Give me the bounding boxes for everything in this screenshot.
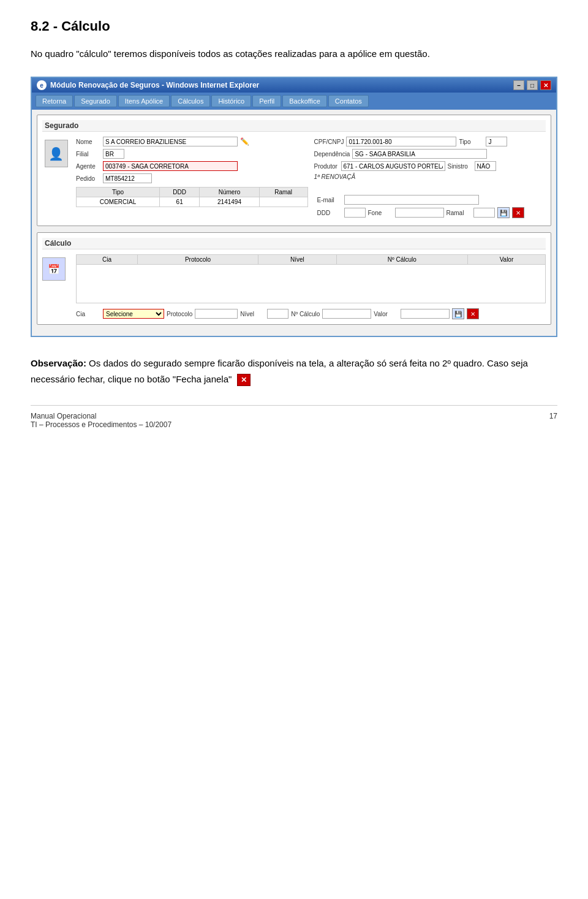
calculo-section: Cálculo 📅 Cia Protocolo Nível Nº: [37, 232, 551, 325]
phone-table-wrapper: Tipo DDD Número Ramal COMERCIAL 61: [76, 187, 308, 207]
nav-segurado[interactable]: Segurado: [74, 95, 117, 107]
ddd-input[interactable]: [344, 208, 366, 218]
ie-icon: e: [37, 80, 47, 90]
edit-icon: ✏️: [240, 137, 249, 146]
tipo-label: Tipo: [459, 138, 483, 145]
calculo-no-data: [77, 265, 546, 303]
browser-titlebar: e Módulo Renovação de Seguros - Windows …: [32, 78, 556, 93]
dependencia-label: Dependência: [314, 151, 350, 157]
cpf-row: CPF/CNPJ Tipo: [314, 137, 546, 146]
renovacao-row: 1ª RENOVAÇÂ: [314, 173, 546, 180]
nome-row: Nome ✏️: [76, 137, 308, 146]
footer-page-number: 17: [549, 412, 557, 429]
calculo-col-cia: Cia: [77, 255, 138, 265]
phone-col-numero: Número: [200, 188, 260, 197]
email-label: E-mail: [317, 197, 342, 203]
segurado-left-fields: Nome ✏️ Filial Agente Pedido: [76, 137, 308, 221]
pedido-input[interactable]: [103, 173, 152, 183]
cia-select[interactable]: Selecione: [103, 309, 164, 319]
cpf-input[interactable]: [346, 137, 456, 146]
page-title: 8.2 - Cálculo: [31, 18, 557, 34]
calculo-table: Cia Protocolo Nível Nº Cálculo Valor: [76, 254, 546, 303]
phone-col-tipo: Tipo: [77, 188, 160, 197]
nome-input[interactable]: [103, 137, 238, 146]
fecha-janela-button[interactable]: ✕: [237, 374, 251, 386]
produtor-input[interactable]: [341, 161, 445, 171]
avatar: 👤: [45, 140, 68, 167]
close-button[interactable]: ✕: [540, 80, 551, 90]
calculo-icon: 📅: [42, 257, 66, 281]
valor-input[interactable]: [401, 309, 450, 319]
obs-text: Os dados do segurado sempre ficarão disp…: [31, 358, 528, 384]
footer: Manual Operacional TI – Processos e Proc…: [31, 405, 557, 429]
calculo-save-button[interactable]: 💾: [452, 308, 464, 319]
ddd-label: DDD: [317, 210, 342, 216]
footer-left: Manual Operacional TI – Processos e Proc…: [31, 412, 172, 429]
ramal-label2: Ramal: [447, 210, 471, 216]
phone-ddd: 61: [160, 197, 200, 207]
contact-save-button[interactable]: 💾: [497, 207, 510, 218]
nav-contatos[interactable]: Contatos: [328, 95, 369, 107]
nav-retorna[interactable]: Retorna: [36, 95, 73, 107]
ddd-fone-row: DDD Fone Ramal 💾 ✕: [317, 207, 546, 218]
app-navbar: Retorna Segurado Itens Apólice Cálculos …: [32, 93, 556, 110]
footer-sub: TI – Processos e Procedimentos – 10/2007: [31, 420, 172, 429]
agente-label: Agente: [76, 163, 100, 170]
dependencia-input[interactable]: [352, 149, 487, 159]
footer-manual: Manual Operacional: [31, 412, 172, 420]
contact-section: E-mail DDD Fone Ramal 💾 ✕: [314, 195, 546, 218]
input-no-calculo-label: Nº Cálculo: [291, 311, 320, 317]
calculo-col-no-calculo: Nº Cálculo: [336, 255, 467, 265]
produtor-label: Produtor: [314, 163, 339, 170]
observation-paragraph: Observação: Os dados do segurado sempre …: [31, 355, 557, 387]
phone-col-ddd: DDD: [160, 188, 200, 197]
no-calculo-input[interactable]: [322, 309, 371, 319]
cpf-label: CPF/CNPJ: [314, 138, 344, 145]
protocolo-input[interactable]: [195, 309, 238, 319]
agente-input[interactable]: [103, 161, 238, 171]
pedido-label: Pedido: [76, 175, 100, 182]
nav-historico[interactable]: Histórico: [211, 95, 251, 107]
email-input[interactable]: [344, 195, 479, 205]
calculo-title: Cálculo: [42, 238, 546, 249]
calculo-fields: Cia Protocolo Nível Nº Cálculo Valor: [76, 254, 546, 319]
calculo-input-row: Cia Selecione Protocolo Nível Nº Cálculo…: [76, 308, 546, 319]
intro-paragraph: No quadro "cálculo" teremos disponíveis …: [31, 47, 557, 61]
nav-perfil[interactable]: Perfil: [252, 95, 281, 107]
obs-fecha-text: "Fecha janela": [173, 374, 232, 384]
tipo-input[interactable]: [486, 137, 507, 146]
input-nivel-label: Nível: [240, 311, 265, 317]
calculo-empty-row: [77, 265, 546, 303]
nivel-input[interactable]: [267, 309, 288, 319]
minimize-button[interactable]: –: [513, 80, 524, 90]
segurado-right-fields: CPF/CNPJ Tipo Dependência Produtor Sinis…: [314, 137, 546, 221]
produtor-row: Produtor Sinistro: [314, 161, 546, 171]
filial-row: Filial: [76, 149, 308, 159]
avatar-area: 👤: [42, 137, 70, 221]
phone-table: Tipo DDD Número Ramal COMERCIAL 61: [76, 187, 308, 207]
agente-row: Agente: [76, 161, 308, 171]
content-area: Segurado 👤 Nome ✏️ Filial: [32, 110, 556, 336]
observation-section: Observação: Os dados do segurado sempre …: [31, 355, 557, 387]
calculo-col-protocolo: Protocolo: [137, 255, 258, 265]
calculo-layout: 📅 Cia Protocolo Nível Nº Cálculo Valor: [42, 254, 546, 319]
segurado-section: Segurado 👤 Nome ✏️ Filial: [37, 115, 551, 226]
contact-delete-button[interactable]: ✕: [512, 207, 524, 218]
restore-button[interactable]: □: [527, 80, 538, 90]
nav-calculos[interactable]: Cálculos: [171, 95, 210, 107]
calculo-delete-button[interactable]: ✕: [467, 308, 479, 319]
titlebar-left: e Módulo Renovação de Seguros - Windows …: [37, 80, 259, 90]
phone-tipo: COMERCIAL: [77, 197, 160, 207]
ramal-input[interactable]: [473, 208, 495, 218]
segurado-title: Segurado: [42, 120, 546, 132]
input-protocolo-label: Protocolo: [167, 311, 192, 317]
titlebar-buttons[interactable]: – □ ✕: [513, 80, 551, 90]
sinistro-input[interactable]: [475, 161, 496, 171]
fone-input[interactable]: [395, 208, 444, 218]
email-row: E-mail: [317, 195, 546, 205]
filial-input[interactable]: [103, 149, 124, 159]
calculo-col-valor: Valor: [467, 255, 545, 265]
phone-ramal: [259, 197, 307, 207]
nav-itens-apolice[interactable]: Itens Apólice: [118, 95, 170, 107]
nav-backoffice[interactable]: Backoffice: [282, 95, 327, 107]
